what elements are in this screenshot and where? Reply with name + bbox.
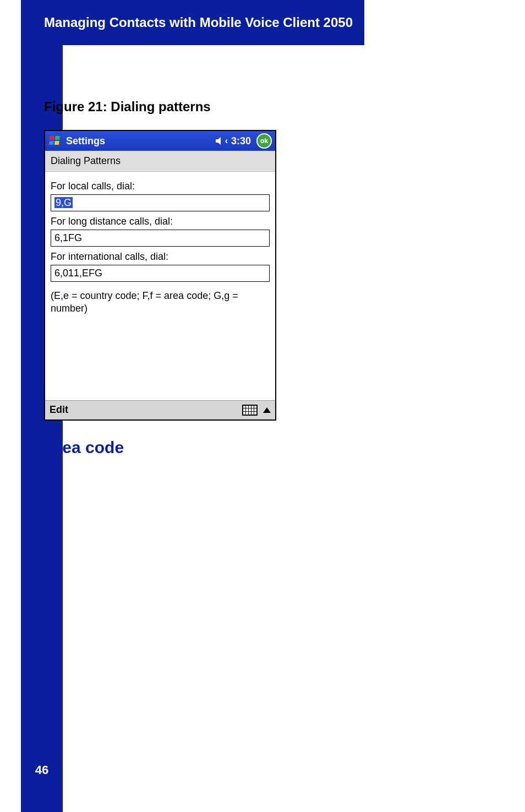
document-page: Managing Contacts with Mobile Voice Clie… [0,0,525,812]
ok-button-label: ok [260,138,268,144]
page-header-title: Managing Contacts with Mobile Voice Clie… [44,15,353,30]
screenshot-subtitle: Dialing Patterns [45,151,275,172]
screenshot-container: Settings ‹ 3:30 ok Dialing Patterns For … [44,130,276,421]
long-distance-input[interactable] [51,230,270,247]
figure-caption: Figure 21: Dialing patterns [44,99,495,115]
svg-rect-2 [49,141,54,145]
page-number-value: 46 [35,763,48,777]
screenshot-body: For local calls, dial: 9,G For long dist… [45,172,275,400]
page-content: Figure 21: Dialing patterns Settings [44,99,495,457]
clock-time: 3:30 [231,135,251,147]
screenshot-bottombar: Edit [45,400,275,419]
screenshot-title: Settings [66,135,212,147]
page-number: 46 [21,749,63,791]
start-flag-icon[interactable] [48,134,63,148]
local-calls-input[interactable]: 9,G [51,194,270,211]
legend-hint: (E,e = country code; F,f = area code; G,… [51,290,270,315]
international-label: For international calls, dial: [51,251,270,263]
svg-rect-1 [55,136,60,140]
local-calls-label: For local calls, dial: [51,181,270,192]
up-arrow-icon[interactable] [263,407,271,413]
edit-menu[interactable]: Edit [50,404,239,416]
speaker-icon[interactable]: ‹ [215,136,228,146]
long-distance-label: For long distance calls, dial: [51,216,270,227]
svg-rect-0 [50,136,54,140]
section-area-code: Area code [44,438,495,457]
spacer [51,315,270,398]
international-input[interactable] [51,265,270,282]
svg-rect-3 [54,141,59,145]
local-calls-value: 9,G [54,197,73,208]
keyboard-icon[interactable] [242,405,258,416]
screenshot-titlebar: Settings ‹ 3:30 ok [45,131,275,151]
ok-button[interactable]: ok [256,133,272,149]
page-header: Managing Contacts with Mobile Voice Clie… [21,0,364,45]
svg-marker-4 [216,137,221,145]
